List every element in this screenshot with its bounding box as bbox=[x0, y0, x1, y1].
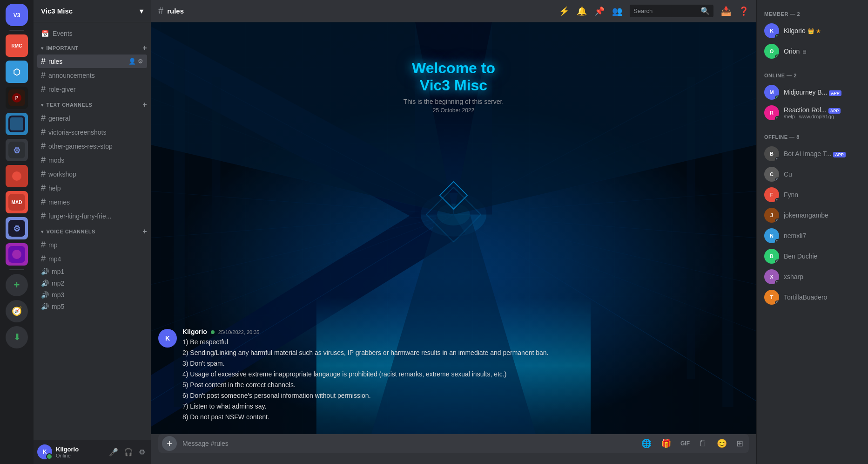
voice-channel-mp3[interactable]: 🔊 mp3 bbox=[37, 289, 147, 300]
channel-general[interactable]: # general bbox=[37, 111, 147, 125]
add-channel-important[interactable]: + bbox=[142, 44, 147, 52]
server-icon-pink[interactable] bbox=[6, 165, 28, 187]
voice-channel-mp[interactable]: # mp bbox=[37, 238, 147, 252]
member-subtext-reaction: /help | www.droplat.gg bbox=[784, 114, 861, 119]
channel-announcements[interactable]: # announcements bbox=[37, 68, 147, 82]
search-bar[interactable]: 🔍 bbox=[630, 5, 713, 17]
user-settings-button[interactable]: ⚙ bbox=[137, 446, 147, 458]
member-ben-duchie[interactable]: B Ben Duchie bbox=[760, 246, 864, 266]
member-cu[interactable]: C Cu bbox=[760, 164, 864, 184]
server-header[interactable]: Vic3 Misc ▾ bbox=[34, 0, 151, 22]
channel-workshop[interactable]: # workshop bbox=[37, 167, 147, 181]
member-name-nemxli7: nemxli7 bbox=[784, 232, 861, 239]
message-kilgorio: K Kilgorio 25/10/2022, 20:35 1) Be respe… bbox=[158, 326, 749, 425]
notifications-icon[interactable]: 🔔 bbox=[577, 6, 587, 16]
speaker-icon-mp5: 🔊 bbox=[41, 303, 49, 310]
help-icon[interactable]: ❓ bbox=[739, 6, 749, 16]
voice-channels-label: VOICE CHANNELS bbox=[47, 229, 95, 234]
member-name-fynn: Fynn bbox=[784, 191, 861, 198]
server-icon-settings[interactable]: ⚙ bbox=[6, 139, 28, 161]
member-reaction-rol[interactable]: R Reaction Rol... APP /help | www.dropla… bbox=[760, 102, 864, 123]
members-panel: MEMBER — 2 K Kilgorio 👑 ★ O Orion bbox=[756, 0, 868, 464]
app-badge-reaction: APP bbox=[828, 108, 841, 114]
member-avatar-midjourney: M bbox=[764, 85, 779, 100]
emoji-button[interactable]: 😊 bbox=[715, 437, 729, 450]
server-icon-mad[interactable]: MAD bbox=[6, 191, 28, 213]
server-icon-vic3misc[interactable]: V3 bbox=[6, 4, 28, 26]
important-chevron: ▾ bbox=[41, 46, 44, 51]
hash-icon-other: # bbox=[41, 141, 46, 151]
member-avatar-jokemangambe: J bbox=[764, 208, 779, 223]
server-icon-cube[interactable]: ⬡ bbox=[6, 61, 28, 83]
add-attachment-button[interactable]: + bbox=[162, 436, 177, 451]
channel-mods[interactable]: # mods bbox=[37, 153, 147, 167]
add-server-button[interactable]: + bbox=[6, 274, 28, 296]
voice-channel-mp5[interactable]: 🔊 mp5 bbox=[37, 301, 147, 312]
important-section: ▾ IMPORTANT + # rules 👤 ⚙ # announcement… bbox=[34, 41, 151, 96]
channel-rules[interactable]: # rules 👤 ⚙ bbox=[37, 55, 147, 68]
members-icon[interactable]: 👥 bbox=[612, 6, 622, 16]
member-avatar-ben: B bbox=[764, 249, 779, 264]
member-name-kilgorio: Kilgorio 👑 ★ bbox=[784, 27, 861, 34]
member-midjourney[interactable]: M Midjourney B... APP bbox=[760, 82, 864, 102]
server-icon-gear[interactable]: ⚙ bbox=[6, 217, 28, 239]
app-badge-midjourney: APP bbox=[829, 90, 841, 96]
member-bot-ai[interactable]: B Bot AI Image T... APP bbox=[760, 143, 864, 164]
channel-other-games[interactable]: # other-games-rest-stop bbox=[37, 139, 147, 153]
member-nemxli7[interactable]: N nemxli7 bbox=[760, 225, 864, 246]
message-input[interactable] bbox=[181, 434, 636, 453]
add-voice-channel[interactable]: + bbox=[142, 227, 147, 236]
welcome-date: 25 October 2022 bbox=[160, 107, 747, 114]
member-kilgorio[interactable]: K Kilgorio 👑 ★ bbox=[760, 20, 864, 41]
channel-furger[interactable]: # furger-king-furry-frie... bbox=[37, 209, 147, 223]
voice-channel-mp4[interactable]: # mp4 bbox=[37, 252, 147, 266]
member-orion[interactable]: O Orion 🖥 bbox=[760, 41, 864, 61]
important-section-header[interactable]: ▾ IMPORTANT + bbox=[34, 41, 151, 54]
server-icon-psycho[interactable]: P bbox=[6, 87, 28, 109]
inbox-icon[interactable]: 📥 bbox=[721, 6, 731, 16]
member-info-orion: Orion 🖥 bbox=[784, 48, 861, 55]
gif-button[interactable]: GIF bbox=[679, 438, 692, 449]
member-xsharp[interactable]: X xsharp bbox=[760, 266, 864, 287]
text-channels-chevron: ▾ bbox=[41, 102, 44, 108]
server-icon-retro[interactable]: RMC bbox=[6, 34, 28, 57]
discover-servers-button[interactable]: 🧭 bbox=[6, 300, 28, 322]
channel-memes[interactable]: # memes bbox=[37, 195, 147, 209]
voice-channel-mp2[interactable]: 🔊 mp2 bbox=[37, 278, 147, 289]
gift-button[interactable]: 🎁 bbox=[659, 437, 673, 450]
channel-role-giver[interactable]: # role-giver bbox=[37, 82, 147, 96]
hash-icon-victoria: # bbox=[41, 127, 46, 137]
server-icon-blue[interactable] bbox=[6, 113, 28, 135]
member-tortilla[interactable]: T TortillaBuadero bbox=[760, 287, 864, 307]
message-input-wrapper: + 🌐 🎁 GIF 🗒 😊 ⊞ bbox=[158, 434, 749, 453]
top-bar-channel-name: rules bbox=[167, 7, 184, 15]
search-input[interactable] bbox=[633, 7, 697, 14]
member-avatar-orion: O bbox=[764, 44, 779, 59]
translate-button[interactable]: 🌐 bbox=[639, 437, 653, 450]
member-info-ben: Ben Duchie bbox=[784, 252, 861, 260]
main-content: # rules ⚡ 🔔 📌 👥 🔍 📥 ❓ bbox=[151, 0, 756, 464]
mute-button[interactable]: 🎤 bbox=[107, 446, 120, 458]
channel-help[interactable]: # help bbox=[37, 181, 147, 195]
server-icon-purple[interactable] bbox=[6, 243, 28, 266]
svg-point-14 bbox=[12, 171, 21, 181]
events-label: Events bbox=[53, 30, 73, 37]
sticker-button[interactable]: 🗒 bbox=[697, 437, 709, 450]
add-text-channel[interactable]: + bbox=[142, 101, 147, 109]
thread-icon[interactable]: ⚡ bbox=[559, 6, 569, 16]
member-fynn[interactable]: F Fynn bbox=[760, 184, 864, 205]
text-channels-section-header[interactable]: ▾ TEXT CHANNELS + bbox=[34, 98, 151, 111]
events-item[interactable]: 📅 Events bbox=[34, 26, 151, 41]
hash-icon-mods: # bbox=[41, 155, 46, 165]
member-jokemangambe[interactable]: J jokemangambe bbox=[760, 205, 864, 225]
server-icon-divider bbox=[9, 30, 24, 31]
pin-icon[interactable]: 📌 bbox=[594, 6, 605, 16]
channel-victoria-screenshots[interactable]: # victoria-screenshots bbox=[37, 125, 147, 139]
deafen-button[interactable]: 🎧 bbox=[122, 446, 135, 458]
voice-channel-mp1[interactable]: 🔊 mp1 bbox=[37, 266, 147, 277]
apps-button[interactable]: ⊞ bbox=[734, 437, 745, 450]
user-info: Kilgorio Online bbox=[56, 446, 103, 458]
download-button[interactable]: ⬇ bbox=[6, 326, 28, 348]
voice-channels-section-header[interactable]: ▾ VOICE CHANNELS + bbox=[34, 225, 151, 238]
member-info-tortilla: TortillaBuadero bbox=[784, 293, 861, 301]
